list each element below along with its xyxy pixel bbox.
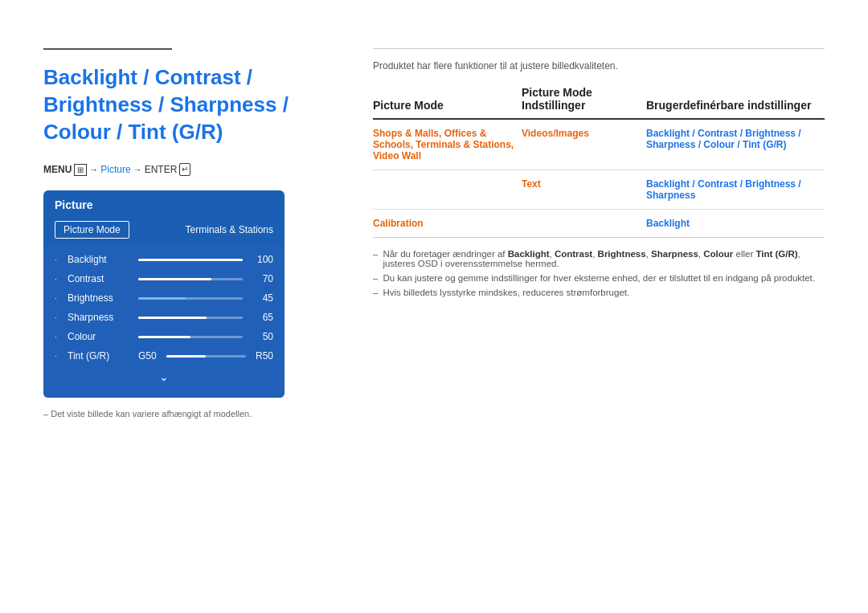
picture-ui-box: Picture Picture Mode Terminals & Station… [43,190,285,398]
brightness-label: Brightness [68,292,132,304]
colour-row[interactable]: · Colour 50 [43,327,285,346]
menu-navigation: MENU ⊞ → Picture → ENTER ↵ [43,163,341,176]
contrast-slider[interactable] [138,278,243,280]
row1-user: Backlight / Contrast / Brightness / Shar… [646,119,825,170]
sharpness-value: 65 [249,312,273,323]
note-2-dash: – [373,273,378,283]
colour-fill [138,336,190,338]
picture-mode-label: Picture Mode [55,221,129,239]
colour-dot: · [55,333,61,341]
sharpness-row[interactable]: · Sharpness 65 [43,308,285,327]
row3-mode: Calibration [373,210,522,238]
chevron-down-icon: ⌄ [159,370,169,383]
backlight-label: Backlight [68,254,132,265]
arrow-2: → [133,165,142,174]
note-2-text: Du kan justere og gemme indstillinger fo… [383,273,815,283]
brightness-row[interactable]: · Brightness 45 [43,288,285,308]
tint-r-label: R50 [256,350,273,362]
contrast-dot: · [55,275,61,284]
info-table: Picture Mode Picture Mode Indstillinger … [373,86,825,238]
sharpness-dot: · [55,313,61,322]
table-row-3: Calibration Backlight [373,210,825,238]
bottom-note: – Det viste billede kan variere afhængig… [43,409,341,419]
page-title: Backlight / Contrast / Brightness / Shar… [43,64,341,145]
tint-slider[interactable] [166,355,246,358]
col-header-picture-mode: Picture Mode [373,86,522,119]
row1-settings-text: Videos/Images [522,128,589,139]
row1-user-text: Backlight / Contrast / Brightness / Shar… [646,128,801,150]
picture-box-title: Picture [43,190,285,218]
bottom-note-text: Det viste billede kan variere afhængigt … [51,409,252,419]
row2-settings: Text [522,170,646,210]
tint-g-label: G50 [138,350,157,362]
settings-list: · Backlight 100 · Contrast 70 [43,245,285,398]
right-column: Produktet har flere funktioner til at ju… [373,48,825,419]
sharpness-fill [138,317,207,319]
menu-label: MENU [43,164,72,175]
sharpness-slider[interactable] [138,317,243,319]
note-1: – Når du foretager ændringer af Backligh… [373,249,825,268]
colour-label: Colour [68,331,132,342]
contrast-row[interactable]: · Contrast 70 [43,269,285,288]
col-header-brugerdefinerable: Brugerdefinérbare indstillinger [646,86,825,119]
contrast-fill [138,278,211,280]
note-1-dash: – [373,249,378,268]
row3-user: Backlight [646,210,825,238]
backlight-row[interactable]: · Backlight 100 [43,250,285,269]
picture-mode-value: Terminals & Stations [186,224,273,235]
picture-nav-link[interactable]: Picture [100,164,130,175]
brightness-fill [138,297,186,300]
backlight-value: 100 [249,254,273,265]
backlight-fill [138,259,243,261]
tint-row[interactable]: · Tint (G/R) G50 R50 [43,346,285,366]
chevron-row: ⌄ [43,366,285,390]
top-rule-left [43,48,172,50]
note-3: – Hvis billedets lysstyrke mindskes, red… [373,288,825,297]
picture-mode-row[interactable]: Picture Mode Terminals & Stations [43,218,285,245]
note-3-text: Hvis billedets lysstyrke mindskes, reduc… [383,288,629,297]
row2-settings-text: Text [522,178,541,190]
menu-icon: ⊞ [74,164,87,176]
row2-mode [373,170,522,210]
row1-mode: Shops & Malls, Offices & Schools, Termin… [373,119,522,170]
sharpness-label: Sharpness [68,312,132,323]
contrast-label: Contrast [68,273,132,284]
colour-slider[interactable] [138,336,243,338]
bottom-note-dash: – [43,409,51,419]
left-column: Backlight / Contrast / Brightness / Shar… [43,48,341,419]
backlight-slider[interactable] [138,259,243,261]
tint-slider-fill [166,355,207,358]
table-row-1: Shops & Malls, Offices & Schools, Termin… [373,119,825,170]
brightness-slider[interactable] [138,297,243,300]
arrow-1: → [89,165,98,174]
intro-text: Produktet har flere funktioner til at ju… [373,60,825,72]
brightness-dot: · [55,294,61,303]
note-3-dash: – [373,288,378,297]
note-2: – Du kan justere og gemme indstillinger … [373,273,825,283]
notes-section: – Når du foretager ændringer af Backligh… [373,249,825,297]
enter-icon: ↵ [179,163,190,176]
brightness-value: 45 [249,292,273,304]
row3-settings [522,210,646,238]
row3-user-text: Backlight [646,218,690,229]
row2-user-text: Backlight / Contrast / Brightness / Shar… [646,178,801,201]
backlight-dot: · [55,255,61,264]
tint-dot: · [55,352,61,361]
table-row-2: Text Backlight / Contrast / Brightness /… [373,170,825,210]
row2-user: Backlight / Contrast / Brightness / Shar… [646,170,825,210]
col-header-indstillinger: Picture Mode Indstillinger [522,86,646,119]
enter-label: ENTER [145,164,178,175]
top-rule-right [373,48,825,49]
tint-label: Tint (G/R) [68,350,132,362]
colour-value: 50 [249,331,273,342]
contrast-value: 70 [249,273,273,284]
row3-mode-text: Calibration [373,218,424,229]
note-1-text: Når du foretager ændringer af Backlight,… [383,249,825,268]
row1-settings: Videos/Images [522,119,646,170]
row1-mode-text: Shops & Malls, Offices & Schools, Termin… [373,128,514,161]
